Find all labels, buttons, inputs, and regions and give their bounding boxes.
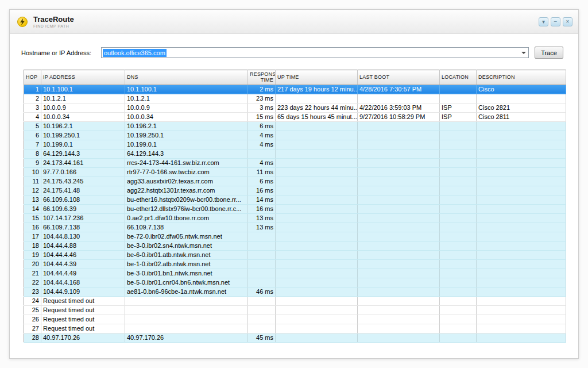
cell-response[interactable] xyxy=(248,315,276,324)
cell-hop[interactable]: 26 xyxy=(24,315,41,324)
cell-uptime[interactable] xyxy=(276,167,358,177)
cell-dns[interactable]: bu-ether16.hstqtx0209w-bcr00.tbone.rr... xyxy=(125,195,248,204)
cell-lastboot[interactable] xyxy=(358,287,440,296)
cell-dns[interactable]: 66.109.7.138 xyxy=(125,223,248,232)
cell-location[interactable] xyxy=(440,149,477,158)
cell-response[interactable]: 13 ms xyxy=(248,213,276,223)
cell-dns[interactable]: be-6-0.ibr01.atb.ntwk.msn.net xyxy=(125,250,248,259)
table-row[interactable]: 510.196.2.110.196.2.16 ms xyxy=(24,121,566,131)
column-header-description[interactable]: DESCRIPTION xyxy=(477,70,566,85)
table-row[interactable]: 1097.77.0.166rtr97-77-0-166.sw.twcbiz.co… xyxy=(24,167,566,177)
cell-lastboot[interactable] xyxy=(358,250,440,259)
cell-hop[interactable]: 16 xyxy=(24,223,41,232)
cell-dns[interactable]: be-3-0.ibr01.bn1.ntwk.msn.net xyxy=(125,269,248,278)
table-row[interactable]: 21104.44.4.49be-3-0.ibr01.bn1.ntwk.msn.n… xyxy=(24,269,566,278)
cell-response[interactable]: 2 ms xyxy=(248,85,276,94)
cell-response[interactable]: 4 ms xyxy=(248,140,276,149)
cell-uptime[interactable] xyxy=(276,296,358,305)
table-row[interactable]: 18104.44.4.88be-3-0.ibr02.sn4.ntwk.msn.n… xyxy=(24,241,566,250)
cell-uptime[interactable] xyxy=(276,259,358,269)
cell-description[interactable] xyxy=(477,324,566,333)
cell-response[interactable]: 16 ms xyxy=(248,204,276,213)
cell-location[interactable] xyxy=(440,85,477,94)
cell-dns[interactable]: bu-ether12.dllstx976iw-bcr00.tbone.rr.c.… xyxy=(125,204,248,213)
cell-hop[interactable]: 23 xyxy=(24,287,41,296)
cell-uptime[interactable] xyxy=(276,287,358,296)
cell-response[interactable]: 46 ms xyxy=(248,287,276,296)
cell-ip[interactable]: 66.109.7.138 xyxy=(41,223,125,232)
cell-lastboot[interactable] xyxy=(358,315,440,324)
cell-lastboot[interactable] xyxy=(358,259,440,269)
cell-response[interactable] xyxy=(248,269,276,278)
cell-dns[interactable]: 0.ae2.pr1.dfw10.tbone.rr.com xyxy=(125,213,248,223)
cell-dns[interactable] xyxy=(125,315,248,324)
cell-ip[interactable]: 24.175.43.245 xyxy=(41,177,125,186)
trace-button[interactable]: Trace xyxy=(535,47,563,59)
cell-location[interactable]: ISP xyxy=(440,112,477,121)
cell-lastboot[interactable] xyxy=(358,94,440,103)
cell-location[interactable] xyxy=(440,177,477,186)
cell-lastboot[interactable] xyxy=(358,177,440,186)
cell-uptime[interactable] xyxy=(276,177,358,186)
cell-ip[interactable]: 66.109.6.108 xyxy=(41,195,125,204)
cell-description[interactable] xyxy=(477,296,566,305)
cell-response[interactable]: 4 ms xyxy=(248,131,276,140)
cell-uptime[interactable] xyxy=(276,149,358,158)
chevron-down-icon[interactable] xyxy=(519,48,528,57)
cell-ip[interactable]: Request timed out xyxy=(41,305,125,315)
cell-location[interactable] xyxy=(440,296,477,305)
table-row[interactable]: 22104.44.4.168be-5-0.ibr01.cnr04.bn6.ntw… xyxy=(24,278,566,287)
cell-hop[interactable]: 11 xyxy=(24,177,41,186)
cell-ip[interactable]: 97.77.0.166 xyxy=(41,167,125,177)
cell-uptime[interactable] xyxy=(276,241,358,250)
cell-ip[interactable]: 24.175.41.48 xyxy=(41,186,125,195)
cell-hop[interactable]: 7 xyxy=(24,140,41,149)
table-row[interactable]: 20104.44.4.39be-1-0.ibr02.atb.ntwk.msn.n… xyxy=(24,259,566,269)
cell-dns[interactable]: 40.97.170.26 xyxy=(125,333,248,342)
cell-dns[interactable]: be-72-0.ibr02.dfw05.ntwk.msn.net xyxy=(125,232,248,241)
cell-location[interactable]: ISP xyxy=(440,103,477,112)
cell-response[interactable] xyxy=(248,250,276,259)
cell-lastboot[interactable] xyxy=(358,305,440,315)
cell-uptime[interactable] xyxy=(276,305,358,315)
cell-response[interactable] xyxy=(248,305,276,315)
cell-location[interactable] xyxy=(440,195,477,204)
cell-dns[interactable]: be-3-0.ibr02.sn4.ntwk.msn.net xyxy=(125,241,248,250)
cell-response[interactable]: 45 ms xyxy=(248,333,276,342)
cell-description[interactable] xyxy=(477,223,566,232)
cell-uptime[interactable]: 217 days 19 hours 12 minu... xyxy=(276,85,358,94)
collapse-icon[interactable]: ▾ xyxy=(539,17,548,26)
cell-location[interactable] xyxy=(440,333,477,342)
cell-uptime[interactable] xyxy=(276,186,358,195)
cell-hop[interactable]: 25 xyxy=(24,305,41,315)
cell-dns[interactable]: agg22.hstqtx1301r.texas.rr.com xyxy=(125,186,248,195)
cell-lastboot[interactable] xyxy=(358,241,440,250)
cell-response[interactable] xyxy=(248,296,276,305)
cell-description[interactable] xyxy=(477,140,566,149)
cell-description[interactable] xyxy=(477,232,566,241)
cell-lastboot[interactable] xyxy=(358,204,440,213)
cell-description[interactable] xyxy=(477,250,566,259)
cell-dns[interactable]: 10.0.0.9 xyxy=(125,103,248,112)
cell-uptime[interactable] xyxy=(276,195,358,204)
table-row[interactable]: 110.1.100.110.1.100.12 ms217 days 19 hou… xyxy=(24,85,566,94)
cell-dns[interactable]: 10.199.0.1 xyxy=(125,140,248,149)
cell-hop[interactable]: 6 xyxy=(24,131,41,140)
cell-hop[interactable]: 13 xyxy=(24,195,41,204)
cell-lastboot[interactable] xyxy=(358,232,440,241)
cell-description[interactable] xyxy=(477,158,566,167)
cell-location[interactable] xyxy=(440,269,477,278)
cell-hop[interactable]: 4 xyxy=(24,112,41,121)
cell-location[interactable] xyxy=(440,204,477,213)
cell-lastboot[interactable] xyxy=(358,140,440,149)
cell-hop[interactable]: 17 xyxy=(24,232,41,241)
cell-dns[interactable]: 10.196.2.1 xyxy=(125,121,248,131)
cell-lastboot[interactable] xyxy=(358,121,440,131)
cell-description[interactable] xyxy=(477,94,566,103)
cell-dns[interactable] xyxy=(125,305,248,315)
cell-ip[interactable]: 24.173.44.161 xyxy=(41,158,125,167)
cell-dns[interactable]: 10.1.2.1 xyxy=(125,94,248,103)
cell-uptime[interactable] xyxy=(276,158,358,167)
cell-location[interactable] xyxy=(440,232,477,241)
cell-description[interactable] xyxy=(477,186,566,195)
